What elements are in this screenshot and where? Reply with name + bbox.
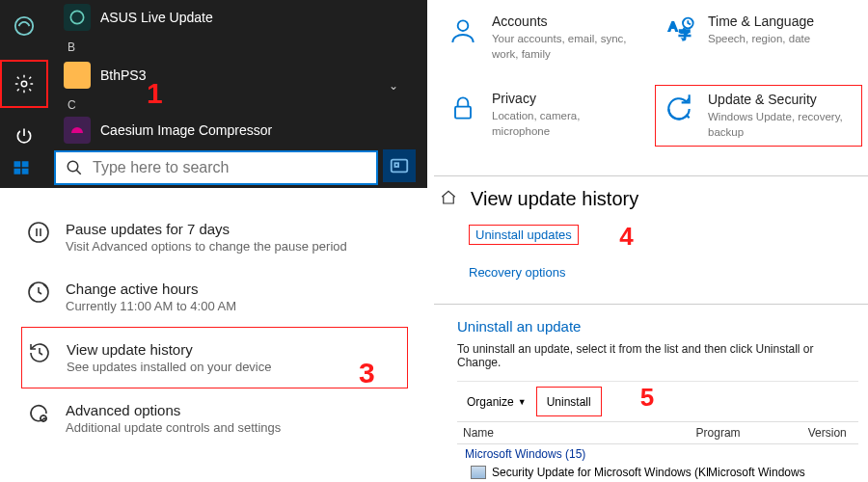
svg-point-11 [29, 223, 48, 242]
svg-point-2 [70, 11, 83, 23]
app-label: Caesium Image Compressor [100, 122, 272, 138]
svg-text:字: 字 [679, 28, 691, 41]
table-header: Name Program Version [457, 421, 858, 444]
svg-rect-10 [394, 163, 398, 167]
letter-header-c: C [58, 93, 418, 116]
svg-point-16 [458, 20, 469, 31]
tile-sub: Speech, region, date [708, 32, 814, 47]
chevron-down-icon[interactable]: ⌄ [389, 79, 398, 93]
divider [434, 304, 868, 305]
panel-title: Uninstall an update [457, 318, 858, 335]
svg-rect-3 [14, 161, 21, 167]
svg-rect-5 [14, 169, 21, 174]
letter-header-b: B [58, 35, 418, 58]
app-caesium[interactable]: Caesium Image Compressor [58, 116, 418, 145]
active-hours-option[interactable]: Change active hours Currently 11:00 AM t… [21, 267, 408, 327]
tile-accounts[interactable]: AccountsYour accounts, email, sync, work… [440, 8, 646, 67]
divider [434, 175, 868, 176]
option-sub: Currently 11:00 AM to 4:00 AM [66, 299, 236, 313]
col-version[interactable]: Version [802, 422, 858, 443]
option-sub: See updates installed on your device [67, 360, 271, 374]
settings-rail-button[interactable] [0, 60, 48, 108]
home-icon[interactable] [440, 189, 457, 210]
advanced-options-option[interactable]: Advanced options Additional update contr… [21, 388, 408, 448]
tile-title: Time & Language [708, 13, 814, 29]
caesium-icon [64, 117, 91, 144]
search-icon [66, 159, 83, 176]
asus-rail-icon [0, 2, 48, 50]
power-rail-button[interactable] [0, 112, 48, 160]
start-menu: ASUS Live Update B BthPS3 ⌄ C Caesium Im… [0, 0, 427, 188]
panel-instruction: To uninstall an update, select it from t… [457, 342, 858, 369]
option-sub: Visit Advanced options to change the pau… [66, 239, 347, 254]
lock-icon [446, 91, 480, 125]
sync-gear-icon [27, 402, 50, 425]
option-sub: Additional update controls and settings [66, 420, 281, 435]
history-icon [28, 341, 51, 364]
svg-point-7 [68, 161, 78, 172]
organize-button[interactable]: Organize ▼ [457, 387, 536, 416]
uninstall-updates-link[interactable]: Uninstall updates [469, 225, 579, 245]
tile-sub: Location, camera, microphone [492, 109, 639, 139]
svg-rect-4 [22, 161, 29, 167]
app-label: BthPS3 [100, 67, 146, 83]
annotation-4: 4 [619, 222, 633, 251]
svg-point-0 [15, 17, 33, 35]
tile-privacy[interactable]: PrivacyLocation, camera, microphone [440, 85, 645, 147]
settings-tiles: AccountsYour accounts, email, sync, work… [434, 0, 868, 172]
accounts-icon [446, 13, 480, 48]
app-list: ASUS Live Update B BthPS3 ⌄ C Caesium Im… [58, 0, 418, 145]
col-program[interactable]: Program [691, 422, 802, 443]
update-icon [662, 92, 696, 126]
tile-update-security[interactable]: Update & SecurityWindows Update, recover… [655, 85, 862, 147]
chevron-down-icon: ▼ [518, 397, 527, 407]
svg-line-8 [76, 170, 81, 174]
option-title: View update history [67, 341, 271, 358]
time-language-icon: A字 [662, 13, 696, 48]
windows-start-button[interactable] [8, 154, 35, 181]
page-title: View update history [471, 188, 638, 210]
svg-rect-20 [455, 107, 471, 119]
tile-title: Privacy [492, 91, 639, 106]
clock-icon [27, 281, 50, 304]
taskbar-search[interactable] [54, 150, 378, 185]
right-column: AccountsYour accounts, email, sync, work… [434, 0, 868, 482]
group-header[interactable]: Microsoft Windows (15) [457, 444, 858, 464]
svg-point-1 [21, 81, 27, 87]
pause-updates-option[interactable]: Pause updates for 7 days Visit Advanced … [21, 207, 408, 267]
option-title: Pause updates for 7 days [66, 221, 347, 237]
app-bthps3[interactable]: BthPS3 [58, 58, 418, 93]
windows-update-pane: Pause updates for 7 days Visit Advanced … [0, 188, 427, 482]
tile-sub: Windows Update, recovery, backup [708, 110, 855, 140]
annotation-1: 1 [147, 77, 163, 110]
app-label: ASUS Live Update [100, 10, 213, 25]
folder-icon [64, 62, 91, 89]
asus-icon [64, 4, 91, 31]
svg-rect-6 [22, 169, 29, 174]
col-name[interactable]: Name [457, 422, 691, 443]
uninstall-update-panel: Uninstall an update To uninstall an upda… [434, 314, 868, 482]
recovery-options-link[interactable]: Recovery options [469, 265, 565, 280]
tile-title: Accounts [492, 13, 640, 29]
view-update-history-page: View update history Uninstall updates 4 … [434, 186, 868, 300]
svg-text:A: A [668, 19, 677, 34]
tile-time-language[interactable]: A字 Time & LanguageSpeech, region, date [656, 8, 862, 67]
annotation-5: 5 [640, 383, 654, 413]
search-input[interactable] [93, 159, 366, 176]
tile-sub: Your accounts, email, sync, work, family [492, 32, 640, 62]
pinned-tile[interactable] [383, 149, 416, 182]
annotation-3: 3 [359, 357, 375, 389]
update-item-icon [471, 466, 486, 479]
option-title: Advanced options [66, 402, 281, 418]
table-row[interactable]: Security Update for Microsoft Windows (K… [457, 464, 858, 481]
view-update-history-option[interactable]: View update history See updates installe… [21, 327, 408, 388]
app-asus[interactable]: ASUS Live Update [58, 0, 418, 35]
tile-title: Update & Security [708, 92, 855, 107]
option-title: Change active hours [66, 281, 236, 297]
pause-icon [27, 221, 50, 244]
uninstall-button[interactable]: Uninstall [536, 387, 602, 416]
